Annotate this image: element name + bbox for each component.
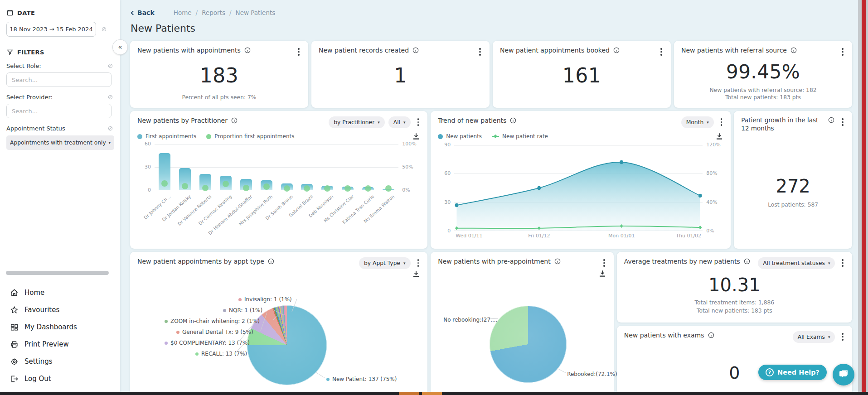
info-icon[interactable] bbox=[708, 332, 715, 339]
point-proportion-first-appointments[interactable] bbox=[344, 185, 351, 192]
point-proportion-first-appointments[interactable] bbox=[182, 183, 188, 189]
point-proportion-first-appointments[interactable] bbox=[365, 185, 371, 192]
sidebar-item-home[interactable]: Home bbox=[0, 284, 120, 301]
point-proportion-first-appointments[interactable] bbox=[223, 181, 229, 187]
info-icon[interactable] bbox=[554, 258, 561, 265]
appointment-status-select[interactable]: Appointments with treatment only ▾ bbox=[6, 135, 114, 150]
card-title: Average treatments by new patients bbox=[624, 257, 740, 265]
point-proportion-first-appointments[interactable] bbox=[284, 185, 290, 192]
pie-label-text: $0 COMPLIMENTARY: 13 (7%) bbox=[170, 340, 250, 346]
legend-first-appointments[interactable]: First appointments bbox=[137, 133, 196, 140]
kebab-menu-icon[interactable] bbox=[478, 46, 482, 58]
eye-off-icon[interactable] bbox=[107, 63, 114, 69]
breadcrumb-home[interactable]: Home bbox=[174, 9, 192, 16]
scrollbar-thumb[interactable] bbox=[862, 0, 866, 395]
vertical-scrollbar[interactable] bbox=[858, 0, 868, 395]
all-treatment-statuses-dropdown[interactable]: All treatment statuses▾ bbox=[758, 257, 835, 269]
need-help-button[interactable]: ? Need Help? bbox=[758, 365, 827, 380]
info-icon[interactable] bbox=[231, 117, 238, 124]
filters-section-header: FILTERS bbox=[6, 48, 114, 56]
kebab-menu-icon[interactable] bbox=[840, 257, 845, 269]
back-button[interactable]: Back bbox=[130, 9, 155, 16]
by-appt-type-dropdown[interactable]: by Appt Type▾ bbox=[359, 257, 411, 269]
trend-chart-svg[interactable] bbox=[454, 145, 703, 231]
point-proportion-first-appointments[interactable] bbox=[304, 185, 310, 192]
eye-off-icon[interactable] bbox=[107, 94, 114, 101]
filter-icon bbox=[6, 48, 14, 56]
chat-widget-button[interactable] bbox=[833, 364, 854, 385]
info-icon[interactable] bbox=[509, 117, 517, 124]
kebab-menu-icon[interactable] bbox=[840, 46, 845, 58]
breadcrumb-reports[interactable]: Reports bbox=[202, 9, 225, 16]
eye-off-icon[interactable] bbox=[107, 125, 114, 132]
back-label: Back bbox=[137, 9, 155, 16]
info-icon[interactable] bbox=[613, 47, 620, 54]
kebab-menu-icon[interactable] bbox=[840, 116, 845, 128]
point-proportion-first-appointments[interactable] bbox=[385, 185, 392, 192]
sidebar-item-my-dashboards[interactable]: My Dashboards bbox=[0, 318, 120, 336]
legend-dot bbox=[206, 134, 211, 139]
all-exams-dropdown[interactable]: All Exams▾ bbox=[793, 331, 835, 343]
download-icon[interactable] bbox=[412, 270, 420, 278]
sidebar-item-favourites[interactable]: Favourites bbox=[0, 301, 120, 318]
breadcrumb-new-patients[interactable]: New Patients bbox=[236, 9, 276, 16]
subtext-line: Total treatment items: 1,886 bbox=[694, 299, 774, 306]
kpi-card-new-patient-records-created: New patient records created 1 bbox=[311, 41, 490, 108]
pie-chart[interactable] bbox=[490, 306, 567, 383]
download-icon[interactable] bbox=[598, 270, 606, 278]
download-icon[interactable] bbox=[715, 132, 723, 140]
month-dropdown[interactable]: Month▾ bbox=[681, 116, 714, 128]
pie-label-dot bbox=[326, 378, 330, 381]
date-range-input[interactable]: 18 Nov 2023 → 15 Feb 2024 bbox=[6, 22, 96, 37]
kpi-subtext-line: Total new patients: 183 pts bbox=[725, 94, 801, 101]
pie-chart[interactable] bbox=[247, 305, 327, 385]
download-icon[interactable] bbox=[412, 132, 420, 140]
x-axis-label: Fri 01/12 bbox=[528, 233, 550, 239]
kebab-menu-icon[interactable] bbox=[719, 116, 724, 128]
provider-search-input[interactable] bbox=[6, 104, 112, 118]
dropdown-value: Month bbox=[686, 119, 704, 125]
card-trend-of-new-patients: Trend of new patients Month▾ New patient… bbox=[431, 111, 731, 249]
by-practitioner-dropdown[interactable]: by Practitioner▾ bbox=[329, 116, 385, 128]
dropdown-value: All bbox=[393, 119, 400, 125]
y-axis-label: 0 bbox=[148, 187, 151, 193]
legend-new-patient-rate[interactable]: New patient rate bbox=[492, 133, 548, 140]
role-search-input[interactable] bbox=[6, 72, 112, 87]
info-icon[interactable] bbox=[743, 258, 751, 265]
all-dropdown[interactable]: All▾ bbox=[388, 116, 411, 128]
legend-new-patients[interactable]: New patients bbox=[438, 133, 482, 140]
x-axis-label: Wed 01/11 bbox=[456, 233, 482, 239]
kebab-menu-icon[interactable] bbox=[416, 257, 421, 269]
need-help-label: Need Help? bbox=[777, 369, 820, 376]
sidebar-item-log-out[interactable]: Log Out bbox=[0, 370, 120, 387]
eye-off-icon[interactable] bbox=[101, 26, 107, 33]
point-proportion-first-appointments[interactable] bbox=[324, 185, 330, 192]
dropdown-value: by Appt Type bbox=[364, 260, 400, 266]
info-icon[interactable] bbox=[412, 47, 419, 54]
sidebar-scrollbar[interactable] bbox=[6, 271, 109, 275]
sidebar-item-print-preview[interactable]: Print Preview bbox=[0, 336, 120, 353]
point-proportion-first-appointments[interactable] bbox=[243, 185, 249, 191]
pie-label-text: No rebooking:(27.... bbox=[443, 317, 497, 323]
kebab-menu-icon[interactable] bbox=[602, 257, 606, 269]
y-axis-label: 0 bbox=[447, 228, 451, 234]
chevron-down-icon: ▾ bbox=[378, 120, 380, 125]
card-new-patients-by-practitioner: New patients by Practitioner by Practiti… bbox=[130, 111, 427, 249]
appointment-status-label: Appointment Status bbox=[6, 125, 65, 132]
growth-value: 272 bbox=[741, 176, 845, 197]
info-icon[interactable] bbox=[828, 116, 835, 124]
kebab-menu-icon[interactable] bbox=[659, 46, 664, 58]
kebab-menu-icon[interactable] bbox=[840, 331, 845, 342]
sidebar-collapse-button[interactable]: « bbox=[112, 39, 128, 55]
point-proportion-first-appointments[interactable] bbox=[263, 183, 270, 190]
kebab-menu-icon[interactable] bbox=[416, 116, 421, 128]
kebab-menu-icon[interactable] bbox=[296, 46, 301, 58]
breadcrumb: Home / Reports / New Patients bbox=[174, 9, 276, 16]
sidebar-item-settings[interactable]: Settings bbox=[0, 353, 120, 370]
info-icon[interactable] bbox=[790, 47, 797, 54]
legend-proportion-first-appointments[interactable]: Proportion first appointments bbox=[206, 133, 294, 140]
info-icon[interactable] bbox=[244, 47, 251, 54]
point-proportion-first-appointments[interactable] bbox=[202, 185, 209, 191]
chat-icon bbox=[838, 369, 849, 380]
info-icon[interactable] bbox=[267, 258, 275, 265]
